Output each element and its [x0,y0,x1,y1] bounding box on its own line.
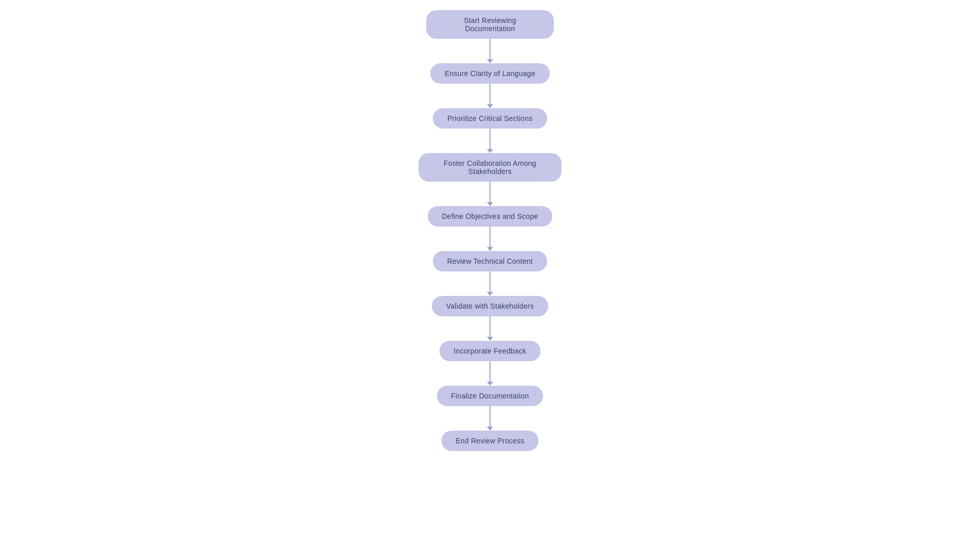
arrow-line [489,227,491,247]
arrow-head [487,59,493,63]
connector-arrow-7 [487,361,493,386]
connector-arrow-0 [487,39,493,63]
arrow-head [487,149,493,153]
arrow-line [489,129,491,149]
flow-node-validate[interactable]: Validate with Stakeholders [432,296,548,316]
flow-node-clarity[interactable]: Ensure Clarity of Language [430,63,549,84]
flowchart: Start Reviewing DocumentationEnsure Clar… [0,0,980,471]
connector-arrow-1 [487,84,493,108]
connector-arrow-4 [487,227,493,251]
arrow-head [487,292,493,296]
arrow-head [487,202,493,206]
flow-node-finalize[interactable]: Finalize Documentation [437,386,544,406]
flow-node-prioritize[interactable]: Prioritize Critical Sections [433,108,547,129]
connector-arrow-3 [487,182,493,206]
arrow-line [489,39,491,59]
arrow-line [489,271,491,292]
connector-arrow-8 [487,406,493,431]
flow-node-collaborate[interactable]: Foster Collaboration Among Stakeholders [419,153,561,182]
flow-node-start[interactable]: Start Reviewing Documentation [426,10,554,39]
arrow-head [487,337,493,341]
arrow-line [489,182,491,202]
arrow-line [489,361,491,382]
connector-arrow-6 [487,316,493,341]
connector-arrow-2 [487,129,493,153]
flow-node-end[interactable]: End Review Process [442,431,539,451]
flow-node-feedback[interactable]: Incorporate Feedback [439,341,541,361]
arrow-head [487,382,493,386]
arrow-line [489,84,491,104]
flow-node-objectives[interactable]: Define Objectives and Scope [428,206,553,227]
arrow-line [489,316,491,337]
arrow-head [487,104,493,108]
connector-arrow-5 [487,271,493,296]
arrow-head [487,247,493,251]
arrow-head [487,427,493,431]
flow-node-technical[interactable]: Review Technical Content [433,251,547,271]
arrow-line [489,406,491,427]
